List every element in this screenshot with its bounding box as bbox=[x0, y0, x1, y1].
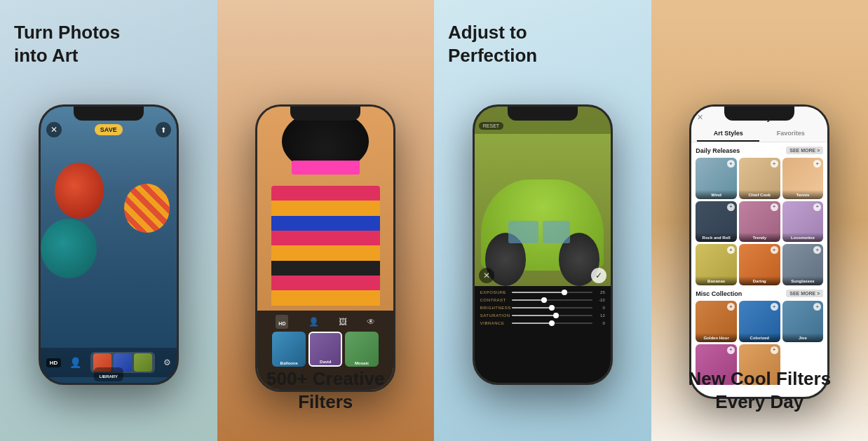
lib-item-tennis[interactable]: + Tennis bbox=[782, 158, 824, 199]
vibrance-track[interactable] bbox=[512, 323, 592, 324]
phone-1-notch bbox=[74, 107, 144, 121]
exposure-track[interactable] bbox=[512, 292, 592, 293]
vibrance-label: VIBRANCE bbox=[480, 321, 512, 325]
add-misc1-button[interactable]: + bbox=[727, 346, 735, 354]
hd-badge: HD bbox=[46, 358, 62, 367]
sliders-icon: ⚙ bbox=[163, 358, 171, 367]
lib-item-jive[interactable]: + Jive bbox=[782, 301, 824, 342]
car-scene bbox=[475, 134, 611, 286]
lib-item-chef[interactable]: + Chief Cook bbox=[739, 158, 780, 199]
saturation-track[interactable] bbox=[512, 315, 592, 316]
share-button[interactable]: ⬆ bbox=[156, 122, 171, 137]
car-window-1 bbox=[508, 221, 538, 244]
lib-item-locomotive[interactable]: + Locomotive bbox=[782, 201, 824, 243]
close-button[interactable]: ✕ bbox=[46, 122, 62, 137]
add-misc2-button[interactable]: + bbox=[771, 346, 778, 354]
person-icon: 👤 bbox=[69, 357, 81, 368]
add-rock-button[interactable]: + bbox=[727, 203, 735, 211]
brightness-thumb[interactable] bbox=[549, 305, 555, 311]
cancel-button[interactable]: ✕ bbox=[479, 268, 494, 283]
library-button[interactable]: LIBRARY bbox=[94, 367, 123, 381]
lib-item-colored[interactable]: + Colorized bbox=[739, 301, 780, 342]
wind-label: Wind bbox=[696, 190, 737, 199]
car-window-2 bbox=[543, 221, 570, 244]
jive-label: Jive bbox=[782, 333, 824, 342]
photo-icon: 🖼 bbox=[339, 317, 347, 327]
lib-item-trendy[interactable]: + Trendy bbox=[739, 201, 780, 243]
add-wind-button[interactable]: + bbox=[727, 160, 735, 168]
add-locomotive-button[interactable]: + bbox=[813, 203, 821, 211]
add-tennis-button[interactable]: + bbox=[813, 160, 821, 168]
reset-button[interactable]: RESET bbox=[479, 122, 503, 130]
saturation-thumb[interactable] bbox=[553, 313, 559, 318]
panel-2: HD 👤 🖼 👁 Balloons David Mosaic bbox=[217, 0, 435, 441]
filter-balloons-label: Balloons bbox=[272, 361, 306, 365]
add-trendy-button[interactable]: + bbox=[771, 203, 778, 211]
panel-3: Adjust toPerfection RESET bbox=[434, 0, 651, 441]
library-close-button[interactable]: ✕ bbox=[697, 113, 703, 122]
vibrance-fill bbox=[512, 323, 552, 324]
colored-label: Colorized bbox=[739, 333, 780, 342]
filter-mosaic[interactable]: Mosaic bbox=[345, 332, 379, 367]
add-sunglasses-button[interactable]: + bbox=[813, 246, 821, 254]
panel-4-caption: New Cool FiltersEvery Day bbox=[651, 367, 869, 413]
brightness-track[interactable] bbox=[512, 307, 592, 308]
add-colored-button[interactable]: + bbox=[771, 303, 778, 311]
phone-4-mockup: ✕ Library Art Styles Favorites Da bbox=[689, 104, 829, 399]
add-chef-button[interactable]: + bbox=[771, 160, 778, 168]
contrast-thumb[interactable] bbox=[541, 297, 547, 303]
save-button[interactable]: SAVE bbox=[95, 124, 123, 135]
bananas-label: Bananas bbox=[696, 276, 737, 285]
phone-1-screen: ✕ SAVE ⬆ HD 👤 ⚙ LIBRARY bbox=[41, 107, 177, 383]
sunglasses bbox=[292, 161, 360, 175]
tab-art-styles[interactable]: Art Styles bbox=[697, 126, 759, 142]
lib-item-wind[interactable]: + Wind bbox=[696, 158, 737, 199]
filter-david[interactable]: David bbox=[308, 332, 342, 367]
library-label: LIBRARY bbox=[100, 374, 118, 379]
phone-2-mockup: HD 👤 🖼 👁 Balloons David Mosaic bbox=[255, 104, 395, 392]
contrast-track[interactable] bbox=[512, 299, 592, 301]
panel-2-title: 500+ CreativeFilters bbox=[217, 367, 435, 413]
add-jive-button[interactable]: + bbox=[813, 303, 821, 311]
library-tabs: Art Styles Favorites bbox=[697, 126, 822, 142]
daily-releases-header: Daily Releases SEE MORE > bbox=[696, 147, 823, 154]
filter-mosaic-label: Mosaic bbox=[345, 361, 379, 365]
filter-david-label: David bbox=[310, 360, 341, 364]
sweater-body bbox=[271, 186, 380, 311]
confirm-button[interactable]: ✓ bbox=[591, 268, 606, 283]
lib-item-bananas[interactable]: + Bananas bbox=[696, 244, 737, 285]
contrast-value: -22 bbox=[592, 298, 605, 302]
daily-releases-see-more[interactable]: SEE MORE > bbox=[786, 147, 823, 154]
tab-favorites[interactable]: Favorites bbox=[759, 126, 822, 142]
vibrance-thumb[interactable] bbox=[549, 320, 555, 326]
golden-label: Golden Hour bbox=[696, 333, 737, 342]
panel-3-caption: Adjust toPerfection bbox=[448, 21, 651, 67]
phone-3-screen: RESET ✕ ✓ EXPOSURE 25 bbox=[475, 107, 611, 383]
filter-balloons[interactable]: Balloons bbox=[272, 332, 306, 367]
lib-item-daring[interactable]: + Daring bbox=[739, 244, 780, 285]
sliders-panel: EXPOSURE 25 CONTRAST -22 bbox=[475, 286, 611, 383]
close-icon: ✕ bbox=[50, 125, 57, 135]
add-bananas-button[interactable]: + bbox=[727, 246, 735, 254]
phone-2-screen: HD 👤 🖼 👁 Balloons David Mosaic bbox=[257, 107, 393, 390]
lib-item-golden[interactable]: + Golden Hour bbox=[696, 301, 737, 342]
lib-item-sunglasses[interactable]: + Sunglasses bbox=[782, 244, 824, 285]
phone-3-top-controls: RESET bbox=[479, 122, 606, 130]
brightness-fill bbox=[512, 307, 552, 308]
misc-collection-header: Misc Collection SEE MORE > bbox=[696, 290, 823, 297]
exposure-thumb[interactable] bbox=[562, 290, 567, 295]
misc-see-more[interactable]: SEE MORE > bbox=[786, 290, 823, 297]
phone-4-notch bbox=[724, 107, 794, 121]
phone-3-mockup: RESET ✕ ✓ EXPOSURE 25 bbox=[473, 104, 613, 385]
slider-exposure: EXPOSURE 25 bbox=[480, 290, 605, 294]
rock-label: Rock and Roll bbox=[696, 233, 737, 242]
phone-2-notch bbox=[290, 107, 360, 121]
slider-vibrance: VIBRANCE 0 bbox=[480, 321, 605, 325]
panel-1-caption: Turn Photosinto Art bbox=[14, 21, 217, 67]
add-daring-button[interactable]: + bbox=[771, 246, 778, 254]
trendy-label: Trendy bbox=[739, 233, 780, 242]
panel-4: ✕ Library Art Styles Favorites Da bbox=[651, 0, 869, 441]
add-golden-button[interactable]: + bbox=[727, 303, 735, 311]
hd-badge-2: HD bbox=[276, 315, 288, 329]
lib-item-rock[interactable]: + Rock and Roll bbox=[696, 201, 737, 243]
